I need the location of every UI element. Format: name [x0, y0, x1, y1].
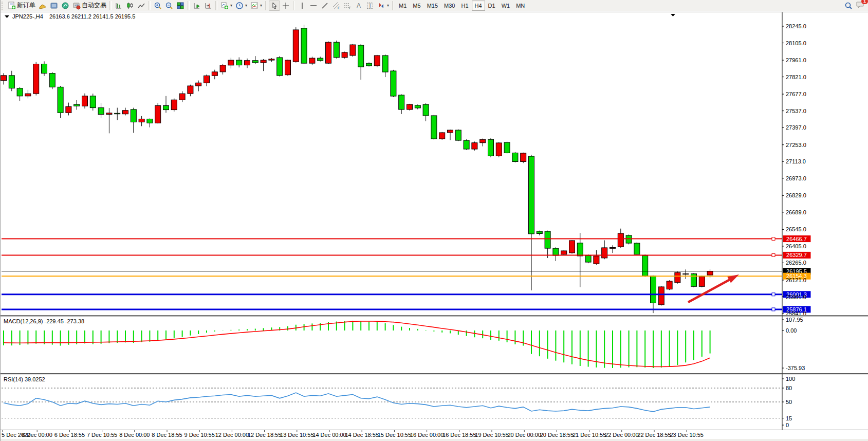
vertical-line-tool-button[interactable]: [297, 1, 308, 11]
candle-body: [488, 139, 494, 156]
horizontal-line-tool-button[interactable]: [308, 1, 319, 11]
timeframe-w1-button[interactable]: W1: [498, 1, 513, 11]
time-tick-label: 20 Dec 18:55: [540, 432, 574, 438]
navigator-button[interactable]: [60, 1, 71, 11]
text-tool-button[interactable]: A: [353, 1, 364, 11]
price-tick-label: 28105.0: [786, 40, 806, 46]
arrows-tool-button[interactable]: ▾: [376, 1, 391, 11]
rsi-tick-label: 15: [786, 415, 792, 421]
candle-body: [228, 60, 234, 65]
fibonacci-tool-button[interactable]: F: [342, 1, 353, 11]
timeframe-mn-button[interactable]: MN: [513, 1, 528, 11]
navigator-icon: [61, 2, 69, 10]
timeframe-h4-button[interactable]: H4: [472, 1, 485, 11]
notifications-button[interactable]: 1: [856, 1, 865, 11]
channel-tool-button[interactable]: E: [330, 1, 342, 11]
toolbar-separator: [149, 1, 151, 10]
cursor-icon: [270, 2, 279, 10]
line-chart-mode-button[interactable]: [136, 1, 147, 11]
add-indicator-button[interactable]: ▾: [219, 1, 234, 11]
time-tick-label: 6 Dec 18:55: [54, 432, 85, 438]
rsi-label: RSI(14) 39.0252: [4, 376, 45, 382]
chart-canvas[interactable]: JPN225-,H426163.6 26211.2 26141.5 26195.…: [1, 11, 868, 441]
price-tick-label: 26545.0: [786, 226, 806, 232]
price-badge-label: 26329.7: [786, 252, 807, 258]
time-tick-label: 14 Dec 00:00: [312, 432, 346, 438]
candle-body: [399, 95, 404, 109]
candle-body: [577, 243, 583, 256]
candle-body: [585, 255, 591, 262]
chart-area[interactable]: JPN225-,H426163.6 26211.2 26141.5 26195.…: [1, 11, 868, 441]
dropdown-caret: ▾: [260, 3, 262, 8]
time-tick-label: 23 Dec 10:55: [670, 432, 703, 438]
candle-body: [529, 156, 534, 234]
price-tick-label: 26265.0: [786, 260, 806, 266]
toolbar-grip[interactable]: [2, 2, 5, 10]
cursor-tool-button[interactable]: [269, 1, 280, 11]
svg-text:A: A: [357, 2, 361, 9]
new-order-button[interactable]: 新订单: [6, 1, 37, 11]
candle-body: [642, 255, 648, 276]
horizontal-line-icon: [309, 2, 318, 10]
candle-body: [634, 243, 640, 254]
candle-body: [90, 96, 96, 108]
line-handle[interactable]: [772, 237, 775, 241]
rsi-tick-label: 0: [786, 422, 789, 428]
bar-chart-mode-button[interactable]: [113, 1, 124, 11]
indicators-button[interactable]: [37, 1, 48, 11]
candle-body: [382, 56, 388, 72]
market-watch-button[interactable]: [48, 1, 60, 11]
new-order-label: 新订单: [17, 1, 35, 10]
candle-body: [423, 104, 429, 116]
templates-button[interactable]: ▾: [249, 1, 264, 11]
arrow-objects-icon: [377, 2, 385, 10]
timeframe-h1-button[interactable]: H1: [458, 1, 471, 11]
window-bottom-edge: [1, 439, 868, 441]
candle-body: [618, 233, 623, 247]
line-handle[interactable]: [772, 308, 775, 311]
autotrading-label: 自动交易: [82, 1, 106, 10]
candle-body: [350, 45, 356, 56]
zoom-in-button[interactable]: [152, 1, 163, 11]
trendline-tool-button[interactable]: [319, 1, 330, 11]
candle-body: [512, 153, 518, 162]
auto-scroll-button[interactable]: [191, 1, 202, 11]
zoom-out-button[interactable]: [163, 1, 175, 11]
zoom-in-icon: [154, 2, 162, 10]
line-handle[interactable]: [772, 253, 775, 256]
candle-body: [334, 42, 339, 58]
text-label-tool-button[interactable]: T: [364, 1, 376, 11]
candle-body: [707, 271, 713, 275]
toolbar: 新订单 自动: [1, 0, 868, 11]
candle-body: [147, 119, 153, 123]
candle-body: [610, 247, 616, 248]
macd-tick-label: 0.00: [786, 327, 797, 334]
search-icon[interactable]: [844, 2, 853, 10]
timeframe-m30-button[interactable]: M30: [441, 1, 458, 11]
line-handle[interactable]: [772, 293, 775, 296]
autotrading-icon: [72, 2, 81, 10]
candle-body: [171, 100, 177, 109]
macd-tick-label: -375.93: [786, 365, 805, 371]
chart-shift-button[interactable]: [202, 1, 214, 11]
candle-body: [667, 281, 672, 289]
timeframe-m1-button[interactable]: M1: [396, 1, 410, 11]
timeframe-d1-button[interactable]: D1: [485, 1, 498, 11]
periods-button[interactable]: ▾: [234, 1, 249, 11]
candle-body: [448, 130, 453, 133]
toolbar-separator: [215, 1, 217, 10]
candlestick-mode-button[interactable]: [124, 1, 136, 11]
timeframe-m5-button[interactable]: M5: [410, 1, 423, 11]
clock-icon: [235, 2, 244, 10]
candle-body: [42, 64, 47, 73]
bar-chart-icon: [115, 2, 123, 10]
candle-body: [204, 76, 210, 83]
crosshair-tool-button[interactable]: [280, 1, 291, 11]
tile-windows-button[interactable]: [175, 1, 186, 11]
price-tick-label: 25841.0: [786, 310, 806, 317]
autotrading-button[interactable]: 自动交易: [71, 1, 108, 11]
candle-body: [58, 87, 63, 113]
timeframe-m15-button[interactable]: M15: [424, 1, 441, 11]
candle-body: [123, 111, 128, 114]
add-indicator-icon: [220, 2, 229, 10]
